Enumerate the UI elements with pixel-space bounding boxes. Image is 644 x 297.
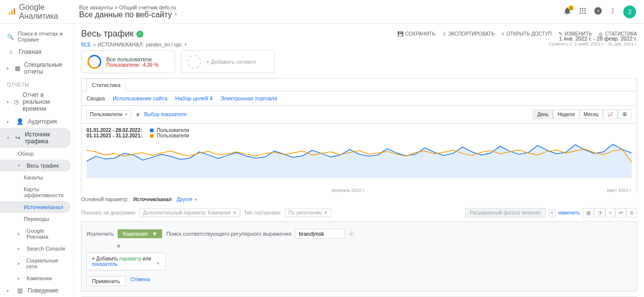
segment-all-users[interactable]: Все пользователиПользователи: -4,39 %	[81, 50, 175, 73]
sort-type[interactable]: По умолчанию▼	[285, 209, 332, 217]
account-path: Все аккаунты > Общий счетчик defo.ru	[79, 4, 563, 10]
sidebar-realtime[interactable]: ▸◷Отчет в реальном времени	[0, 88, 74, 115]
chart-type-motion[interactable]: ⦿	[618, 110, 632, 119]
logo[interactable]: Google Аналитика	[8, 3, 74, 21]
view-table-icon[interactable]: ▦	[583, 208, 594, 217]
breadcrumb-all[interactable]: ВСЕ	[81, 42, 91, 47]
svg-point-11	[584, 12, 586, 14]
legend-series1: Пользователи	[150, 127, 189, 133]
segment-add[interactable]: + Добавить сегмент	[181, 50, 275, 73]
sidebar-social[interactable]: ▸Социальные сети	[0, 255, 74, 272]
view-perf-icon[interactable]: ≡	[605, 208, 615, 217]
metric-primary[interactable]: Пользователи▼	[86, 110, 131, 119]
chevron-right-icon: ▸	[18, 246, 23, 251]
filter-add-dim[interactable]: + Добавить параметр или показатель ▼	[86, 253, 166, 270]
subtab-summary[interactable]: Сводка	[86, 95, 105, 101]
chart-rows-toggle[interactable]: Показать на диаграмме	[81, 210, 135, 215]
svg-point-8	[584, 10, 586, 12]
svg-point-6	[580, 10, 581, 12]
share-button[interactable]: <ОТКРЫТЬ ДОСТУП	[502, 31, 552, 37]
svg-point-3	[580, 8, 581, 9]
sidebar-search[interactable]: 🔍 Поиск в отчетах и Справке	[0, 28, 74, 45]
help-button[interactable]: ?	[594, 6, 602, 17]
apps-button[interactable]	[579, 7, 587, 16]
subtab-ecommerce[interactable]: Электронная торговля	[220, 95, 277, 101]
sidebar-home[interactable]: ⌂Главная	[0, 45, 74, 58]
ga-logo-icon	[8, 7, 16, 17]
legend-series2: Пользователи	[150, 133, 189, 138]
kebab-icon	[609, 6, 616, 15]
sidebar-acquisition[interactable]: ▾↪Источник трафика	[0, 128, 71, 148]
save-button[interactable]: 💾СОХРАНИТЬ	[397, 31, 435, 37]
chevron-down-icon: ▾	[7, 135, 11, 140]
behavior-icon: ▥	[16, 287, 24, 294]
apps-grid-icon	[579, 7, 587, 15]
sidebar-search-console[interactable]: ▸Search Console	[0, 243, 74, 255]
sidebar-google-ads[interactable]: ▸Google Реклама	[0, 225, 74, 243]
view-comparison-icon[interactable]: ⇄	[615, 208, 626, 217]
sidebar-referrals[interactable]: Переходы	[0, 213, 74, 225]
svg-rect-0	[9, 12, 10, 14]
filter-dim-select[interactable]: Кампания▼	[118, 229, 162, 238]
secondary-dim[interactable]: Дополнительный параметр: Кампания▼	[139, 209, 240, 217]
metric-secondary-select[interactable]: Выбор показателя	[144, 112, 186, 117]
svg-point-4	[582, 8, 584, 9]
subtab-site-usage[interactable]: Использование сайта	[113, 95, 167, 101]
sidebar-all-traffic[interactable]: ▾Весь трафик	[0, 160, 71, 171]
view-percent-icon[interactable]: ◔	[594, 208, 605, 217]
granularity-toggles: День Неделя Месяц 📈 ⦿	[533, 110, 632, 119]
sidebar-overview[interactable]: Обзор	[0, 148, 74, 160]
sidebar-campaigns[interactable]: ▸Кампании	[0, 272, 74, 284]
chart-type-line[interactable]: 📈	[603, 110, 618, 119]
chevron-down-icon: ▾	[18, 163, 23, 168]
topbar: Google Аналитика Все аккаунты > Общий сч…	[0, 0, 644, 24]
sidebar-behavior[interactable]: ▸▥Поведение	[0, 284, 74, 297]
chart	[82, 138, 637, 188]
subtab-goal-set[interactable]: Набор целей 4	[175, 95, 213, 101]
chevron-down-icon[interactable]: ▼	[184, 42, 188, 47]
adv-filter-clear[interactable]: ✕	[549, 210, 556, 216]
primary-dim-other[interactable]: Другое ▼	[176, 197, 197, 202]
adv-filter-edit[interactable]: изменить	[558, 210, 580, 215]
export-button[interactable]: ⇩ЭКСПОРТИРОВАТЬ	[442, 31, 495, 37]
chevron-right-icon: ▸	[7, 99, 10, 104]
granularity-month[interactable]: Месяц	[579, 110, 603, 119]
overflow-button[interactable]	[609, 6, 616, 17]
view-selector[interactable]: Все данные по веб-сайту▼	[79, 10, 563, 19]
chevron-down-icon: ▼	[174, 12, 178, 17]
sidebar-custom[interactable]: ▸▦Специальные отчеты	[0, 58, 74, 78]
filter-cancel-button[interactable]: Отмена	[130, 276, 150, 286]
avatar[interactable]: 2	[623, 5, 636, 18]
tab-explorer[interactable]: Статистика	[86, 79, 126, 91]
filter-clear-icon[interactable]: ⊘	[349, 231, 355, 237]
sidebar-audience[interactable]: ▸👤Аудитория	[0, 115, 74, 128]
filter-value-input[interactable]	[296, 229, 345, 239]
share-icon: <	[502, 31, 505, 37]
report-title: Весь трафик ✓	[81, 29, 143, 39]
verified-icon: ✓	[136, 31, 143, 38]
notifications-button[interactable]: 1	[563, 6, 572, 17]
sidebar-source-medium[interactable]: Источник/канал	[0, 201, 71, 213]
chevron-right-icon: ▸	[7, 288, 12, 293]
custom-icon: ▦	[14, 65, 20, 72]
granularity-day[interactable]: День	[533, 110, 553, 119]
segment-pie-icon	[87, 55, 101, 69]
chevron-right-icon: ▸	[18, 261, 22, 266]
sidebar-section-reports: ОТЧЕТЫ	[0, 78, 74, 88]
sidebar-treemaps[interactable]: Карты эффективности	[0, 183, 74, 201]
chevron-right-icon: ▸	[18, 231, 23, 236]
granularity-week[interactable]: Неделя	[553, 110, 579, 119]
svg-text:?: ?	[597, 8, 600, 14]
view-pivot-icon[interactable]: ⊞	[626, 208, 637, 217]
chevron-right-icon: ▸	[7, 119, 12, 124]
svg-point-15	[612, 10, 613, 11]
primary-dimension-row: Основной параметр: Источник/канал Другое…	[81, 193, 637, 206]
header-context: Все аккаунты > Общий счетчик defo.ru Все…	[79, 4, 563, 19]
sidebar-channels[interactable]: Каналы	[0, 171, 74, 183]
header-actions: 1 ? 2	[563, 5, 636, 18]
filter-apply-button[interactable]: Применить	[86, 276, 126, 286]
chevron-right-icon: ▸	[18, 276, 23, 281]
export-icon: ⇩	[442, 31, 446, 37]
notification-badge: 1	[568, 5, 574, 10]
filter-editor: Исключить Кампания▼ Поиск соответствующе…	[81, 221, 637, 292]
